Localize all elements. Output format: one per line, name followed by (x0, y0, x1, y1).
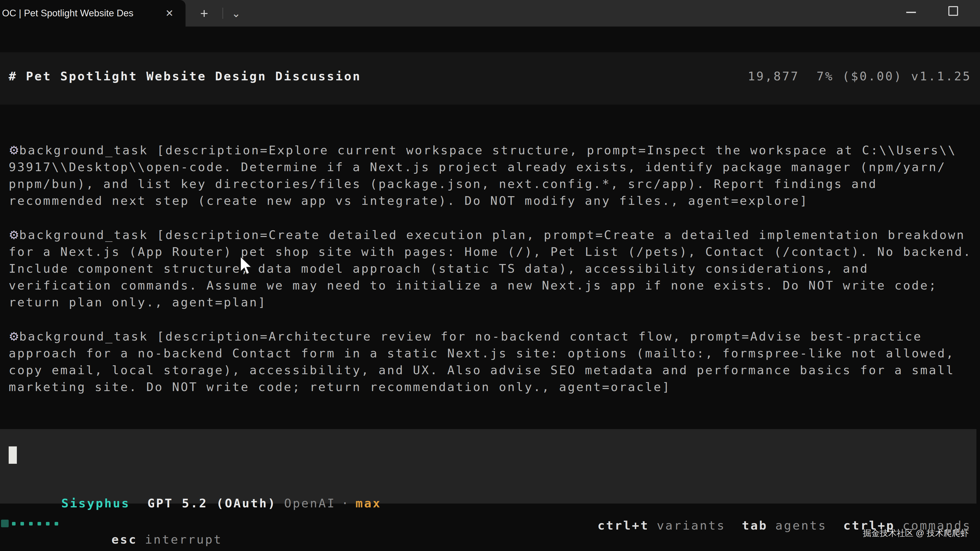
spinner-dot (29, 522, 33, 526)
esc-key-label: interrupt (145, 532, 222, 546)
task-text: background_task [description=Architectur… (9, 329, 955, 394)
tab-dropdown-chevron-icon[interactable]: ⌄ (227, 0, 245, 27)
interrupt-hint: escinterrupt (77, 518, 222, 551)
spinner-block (1, 519, 9, 527)
new-tab-button[interactable]: + (196, 0, 213, 27)
separator-dot: · (341, 496, 350, 510)
text-cursor (9, 446, 17, 464)
model-status-row: SisyphusGPT 5.2 (OAuth)OpenAI·max (10, 482, 381, 524)
esc-key-hint: esc (111, 532, 137, 546)
spinner-dot (46, 522, 49, 526)
terminal-window: OC | Pet Spotlight Website Des ✕ + ⌄ # P… (0, 0, 980, 551)
mouse-cursor-icon (239, 256, 253, 275)
spinner-dot (55, 522, 58, 526)
task-text: background_task [description=Explore cur… (9, 143, 956, 208)
tab-pet-spotlight[interactable]: OC | Pet Spotlight Website Des ✕ (0, 0, 186, 27)
shortcut-label: variants (657, 518, 725, 532)
task-text: background_task [description=Create deta… (9, 228, 972, 309)
shortcut-variants: ctrl+tvariants (597, 518, 725, 532)
background-task-plan: ⚙background_task [description=Create det… (9, 227, 980, 311)
close-tab-icon[interactable]: ✕ (160, 0, 179, 27)
shortcut-key: ctrl+t (597, 518, 649, 532)
shortcut-agents: tabagents (742, 518, 827, 532)
background-task-oracle: ⚙background_task [description=Architectu… (9, 328, 980, 395)
background-task-explore: ⚙background_task [description=Explore cu… (9, 142, 980, 209)
model-name: GPT 5.2 (OAuth) (148, 496, 277, 510)
session-stats: 19,877 7% ($0.00) v1.1.25 (748, 69, 971, 105)
gear-icon: ⚙ (9, 330, 19, 343)
minimize-button[interactable] (906, 12, 916, 13)
session-header: # Pet Spotlight Website Design Discussio… (0, 52, 980, 105)
prompt-input-area[interactable]: SisyphusGPT 5.2 (OAuth)OpenAI·max (0, 429, 977, 503)
watermark: 掘金技术社区 @ 技术爬爬虾 (863, 527, 969, 539)
spinner-dot (21, 522, 24, 526)
progress-spinner (1, 519, 78, 528)
session-title: # Pet Spotlight Website Design Discussio… (9, 69, 361, 105)
spinner-dot (38, 522, 41, 526)
gear-icon: ⚙ (9, 228, 19, 242)
shortcut-label: agents (775, 518, 827, 532)
spinner-dot (12, 522, 16, 526)
maximize-button[interactable] (948, 6, 958, 16)
shortcut-key: tab (742, 518, 768, 532)
tab-title: OC | Pet Spotlight Website Des (2, 8, 134, 19)
tabbar-divider (223, 8, 223, 19)
model-provider: OpenAI (284, 496, 336, 510)
tab-bar: OC | Pet Spotlight Website Des ✕ + ⌄ (0, 0, 980, 27)
agent-name: Sisyphus (61, 496, 130, 510)
model-mode: max (355, 496, 381, 510)
gear-icon: ⚙ (9, 143, 19, 157)
